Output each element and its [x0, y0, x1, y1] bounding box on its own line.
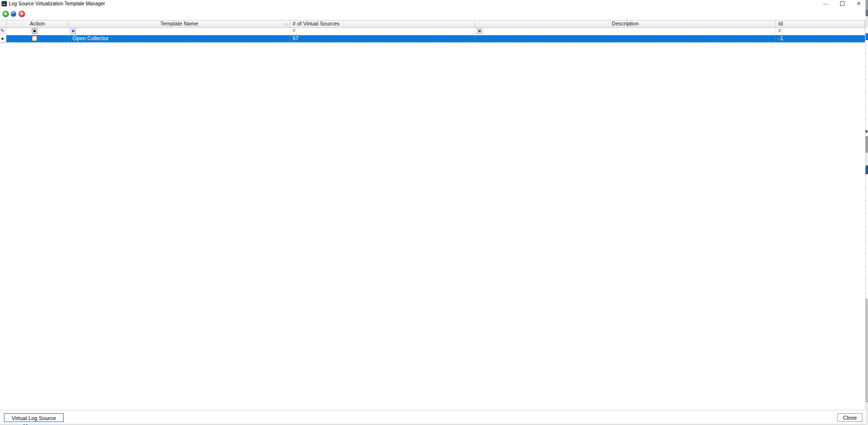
- add-template-icon[interactable]: +: [2, 11, 9, 17]
- titlebar: Log Source Virtualization Template Manag…: [0, 0, 868, 8]
- sliver-segment: [866, 129, 868, 134]
- footer-separator: [0, 410, 868, 411]
- cell-template-name[interactable]: Open Collector: [69, 35, 290, 42]
- sliver-segment: [866, 165, 868, 174]
- app-icon: [1, 1, 7, 6]
- sliver-segment: [866, 0, 868, 10]
- virtual-log-source-manager-button[interactable]: Virtual Log Source Manager: [4, 413, 64, 422]
- sliver-segment: [866, 16, 868, 27]
- action-filter-checkbox[interactable]: [32, 28, 37, 34]
- action-checkbox[interactable]: [32, 36, 37, 41]
- window-title: Log Source Virtualization Template Manag…: [9, 1, 105, 7]
- filter-cell-description[interactable]: [475, 28, 776, 35]
- filter-cell-virtual-sources[interactable]: =: [290, 28, 475, 35]
- cell-id[interactable]: -1: [776, 35, 865, 42]
- sliver-segment: [866, 153, 868, 165]
- column-header-action[interactable]: Action: [6, 21, 69, 27]
- column-header-template-name-label: Template Name: [160, 21, 198, 26]
- filter-cell-id[interactable]: =: [776, 28, 865, 35]
- filter-cell-template-name[interactable]: [69, 28, 290, 35]
- cell-virtual-sources[interactable]: 57: [290, 35, 475, 42]
- column-header-description[interactable]: Description: [475, 21, 776, 27]
- sliver-segment: [866, 136, 868, 153]
- toolbar: + ✕: [0, 8, 868, 20]
- sliver-segment: [866, 299, 868, 401]
- template-grid: Action Template Name △ # of Virtual Sour…: [0, 20, 866, 410]
- cell-description[interactable]: [475, 35, 776, 42]
- delete-template-icon[interactable]: ✕: [19, 11, 25, 17]
- window-bottom-border: [0, 424, 868, 425]
- sliver-segment: [866, 40, 868, 128]
- grid-header-row: Action Template Name △ # of Virtual Sour…: [0, 21, 865, 28]
- maximize-icon[interactable]: [836, 0, 849, 8]
- sort-ascending-icon: △: [285, 21, 288, 27]
- column-header-template-name[interactable]: Template Name △: [69, 21, 290, 27]
- sliver-segment: [866, 174, 868, 299]
- table-row[interactable]: ▶ Open Collector 57 -1: [0, 35, 865, 43]
- template-name-filter-checkbox[interactable]: [71, 28, 76, 34]
- column-header-id[interactable]: Id: [776, 21, 865, 27]
- sliver-segment: [866, 33, 868, 40]
- plus-icon: +: [2, 10, 9, 17]
- background-window-sliver: [866, 0, 868, 425]
- sliver-segment: [866, 10, 868, 16]
- x-icon: ✕: [19, 11, 25, 18]
- edit-template-icon[interactable]: [11, 11, 16, 17]
- close-icon[interactable]: ✕: [852, 0, 866, 8]
- minimize-icon[interactable]: [818, 0, 832, 8]
- description-filter-checkbox[interactable]: [477, 28, 482, 34]
- close-button[interactable]: Close: [837, 413, 863, 422]
- filter-cell-action[interactable]: [6, 28, 69, 35]
- sliver-segment: [866, 401, 868, 425]
- header-indicator-cell: [0, 21, 6, 27]
- cell-action[interactable]: [6, 35, 69, 42]
- grid-filter-row: ✎ = =: [0, 28, 865, 35]
- column-header-virtual-sources[interactable]: # of Virtual Sources: [290, 21, 475, 27]
- filter-row-pencil-icon: ✎: [0, 28, 6, 35]
- row-indicator-arrow-icon: ▶: [0, 35, 6, 42]
